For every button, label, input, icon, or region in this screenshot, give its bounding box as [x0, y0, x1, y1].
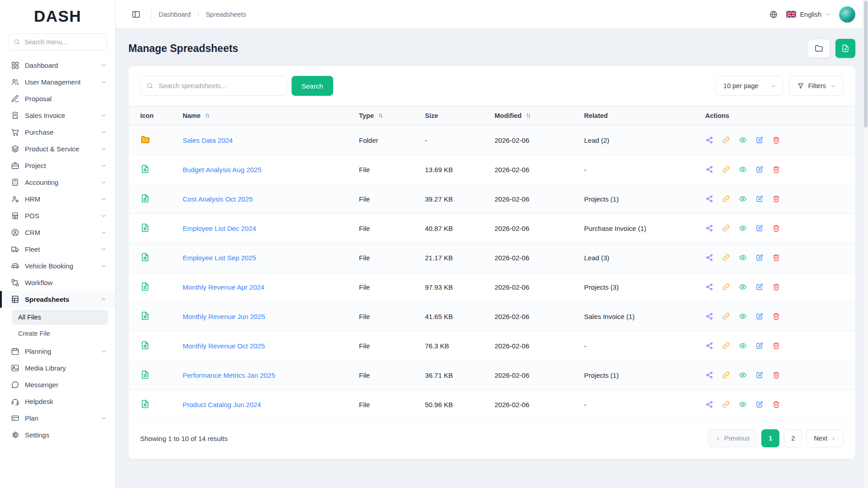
- sidebar-item-helpdesk[interactable]: Helpdesk: [0, 393, 115, 410]
- app-logo[interactable]: DASH: [0, 7, 115, 25]
- previous-page-button[interactable]: Previous: [708, 429, 757, 447]
- sidebar-item-hrm[interactable]: HRM: [0, 191, 115, 207]
- sidebar-item-project[interactable]: Project: [0, 157, 115, 174]
- file-name-link[interactable]: Employee List Sep 2025: [183, 254, 256, 262]
- edit-action-icon[interactable]: [755, 195, 764, 203]
- share-action-icon[interactable]: [705, 224, 713, 232]
- file-name-link[interactable]: Employee List Dec 2024: [183, 225, 256, 232]
- scrollbar-thumb[interactable]: [864, 1, 868, 127]
- manage-folders-button[interactable]: [807, 39, 830, 58]
- delete-action-icon[interactable]: [772, 283, 780, 291]
- link-action-icon[interactable]: [722, 342, 730, 350]
- file-name-link[interactable]: Sales Data 2024: [183, 136, 233, 144]
- sort-icon[interactable]: [204, 113, 211, 119]
- view-action-icon[interactable]: [739, 312, 747, 320]
- share-action-icon[interactable]: [705, 283, 713, 291]
- column-header-type[interactable]: Type: [352, 106, 418, 126]
- user-avatar[interactable]: [839, 6, 855, 23]
- link-action-icon[interactable]: [722, 224, 730, 232]
- delete-action-icon[interactable]: [772, 342, 780, 350]
- page-button-2[interactable]: 2: [784, 429, 802, 447]
- delete-action-icon[interactable]: [772, 224, 780, 232]
- delete-action-icon[interactable]: [772, 371, 780, 379]
- search-button[interactable]: Search: [292, 76, 333, 96]
- delete-action-icon[interactable]: [772, 312, 780, 320]
- sidebar-item-proposal[interactable]: Proposal: [0, 90, 115, 107]
- sort-icon[interactable]: [525, 113, 532, 119]
- sidebar-item-product-service[interactable]: Product & Service: [0, 141, 115, 157]
- share-action-icon[interactable]: [705, 342, 713, 350]
- sidebar-item-user-management[interactable]: User Management: [0, 74, 115, 90]
- globe-icon[interactable]: [769, 10, 778, 19]
- share-action-icon[interactable]: [705, 253, 713, 262]
- sidebar-item-vehicle-booking[interactable]: Vehicle Booking: [0, 258, 115, 274]
- view-action-icon[interactable]: [739, 400, 747, 408]
- edit-action-icon[interactable]: [755, 253, 764, 262]
- sidebar-item-pos[interactable]: POS: [0, 207, 115, 224]
- share-action-icon[interactable]: [705, 136, 713, 144]
- sort-icon[interactable]: [377, 113, 384, 119]
- share-action-icon[interactable]: [705, 195, 713, 203]
- sidebar-item-dashboard[interactable]: Dashboard: [0, 57, 115, 74]
- sidebar-item-settings[interactable]: Settings: [0, 427, 115, 443]
- breadcrumb-dashboard[interactable]: Dashboard: [159, 11, 191, 18]
- file-name-link[interactable]: Monthly Revenue Apr 2024: [183, 283, 264, 291]
- filters-button[interactable]: Filters: [789, 76, 844, 96]
- edit-action-icon[interactable]: [755, 224, 764, 232]
- view-action-icon[interactable]: [739, 342, 747, 350]
- share-action-icon[interactable]: [705, 165, 713, 174]
- sidebar-item-purchase[interactable]: Purchase: [0, 124, 115, 141]
- edit-action-icon[interactable]: [755, 283, 764, 291]
- edit-action-icon[interactable]: [755, 371, 764, 379]
- sidebar-item-media-library[interactable]: Media Library: [0, 360, 115, 376]
- delete-action-icon[interactable]: [772, 400, 780, 408]
- share-action-icon[interactable]: [705, 312, 713, 320]
- view-action-icon[interactable]: [739, 371, 747, 379]
- scrollbar[interactable]: [863, 0, 868, 488]
- view-action-icon[interactable]: [739, 283, 747, 291]
- edit-action-icon[interactable]: [755, 342, 764, 350]
- delete-action-icon[interactable]: [772, 165, 780, 174]
- language-selector[interactable]: English: [786, 11, 831, 18]
- link-action-icon[interactable]: [722, 400, 730, 408]
- sidebar-item-sales-invoice[interactable]: Sales Invoice: [0, 107, 115, 124]
- view-action-icon[interactable]: [739, 224, 747, 232]
- delete-action-icon[interactable]: [772, 195, 780, 203]
- page-button-1[interactable]: 1: [761, 429, 779, 447]
- sidebar-item-plan[interactable]: Plan: [0, 410, 115, 427]
- share-action-icon[interactable]: [705, 371, 713, 379]
- edit-action-icon[interactable]: [755, 400, 764, 408]
- view-action-icon[interactable]: [739, 165, 747, 174]
- edit-action-icon[interactable]: [755, 136, 764, 144]
- share-action-icon[interactable]: [705, 400, 713, 408]
- sidebar-item-spreadsheets[interactable]: Spreadsheets: [0, 291, 115, 308]
- link-action-icon[interactable]: [722, 371, 730, 379]
- sidebar-item-planning[interactable]: Planning: [0, 343, 115, 360]
- delete-action-icon[interactable]: [772, 253, 780, 262]
- sidebar-item-fleet[interactable]: Fleet: [0, 241, 115, 258]
- link-action-icon[interactable]: [722, 195, 730, 203]
- link-action-icon[interactable]: [722, 136, 730, 144]
- sidebar-subitem-all-files[interactable]: All Files: [12, 310, 108, 325]
- file-name-link[interactable]: Performance Metrics Jan 2025: [183, 371, 275, 379]
- sidebar-search-input[interactable]: [8, 33, 107, 51]
- sidebar-subitem-create-file[interactable]: Create File: [12, 326, 108, 341]
- file-name-link[interactable]: Product Catalog Jun 2024: [183, 401, 261, 408]
- link-action-icon[interactable]: [722, 312, 730, 320]
- link-action-icon[interactable]: [722, 283, 730, 291]
- column-header-modified[interactable]: Modified: [487, 106, 577, 126]
- delete-action-icon[interactable]: [772, 136, 780, 144]
- column-header-name[interactable]: Name: [175, 106, 352, 126]
- sidebar-item-workflow[interactable]: Workflow: [0, 274, 115, 291]
- create-file-button[interactable]: [835, 39, 855, 58]
- sidebar-toggle-button[interactable]: [128, 7, 144, 22]
- sidebar-item-crm[interactable]: CRM: [0, 224, 115, 241]
- file-name-link[interactable]: Cost Analysis Oct 2025: [183, 195, 253, 203]
- edit-action-icon[interactable]: [755, 312, 764, 320]
- file-name-link[interactable]: Monthly Revenue Jun 2025: [183, 313, 265, 320]
- file-name-link[interactable]: Budget Analysis Aug 2025: [183, 166, 261, 174]
- link-action-icon[interactable]: [722, 165, 730, 174]
- view-action-icon[interactable]: [739, 195, 747, 203]
- sidebar-item-messenger[interactable]: Messenger: [0, 376, 115, 393]
- file-name-link[interactable]: Monthly Revenue Oct 2025: [183, 342, 265, 350]
